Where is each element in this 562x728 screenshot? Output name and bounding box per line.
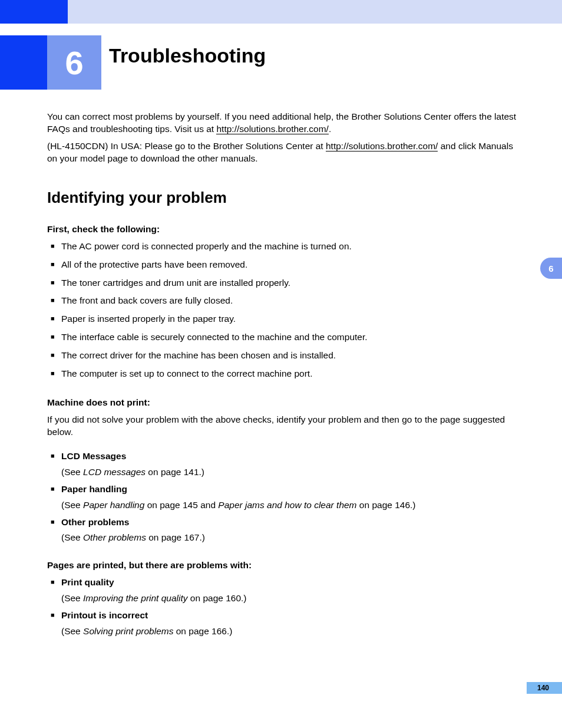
page-number: 140 <box>537 684 549 692</box>
noprint-list: LCD Messages <box>47 450 518 463</box>
item-title: Other problems <box>61 517 129 527</box>
ref-italic: Improving the print quality <box>83 593 187 603</box>
text: on page 146.) <box>357 500 416 510</box>
ref-paper: (See Paper handling on page 145 and Pape… <box>47 499 518 512</box>
intro-paragraph-2: (HL-4150CDN) In USA: Please go to the Br… <box>47 140 518 165</box>
list-item: Printout is incorrect <box>51 610 518 622</box>
item-title: Print quality <box>61 577 114 587</box>
ref-incorrect: (See Solving print problems on page 166.… <box>47 625 518 638</box>
list-item: The computer is set up to connect to the… <box>51 368 518 380</box>
text: (See <box>61 467 83 477</box>
chapter-number: 6 <box>65 44 83 82</box>
solutions-link-2[interactable]: http://solutions.brother.com/ <box>326 141 438 151</box>
text: on page 167.) <box>146 532 205 542</box>
ref-italic: Other problems <box>83 532 146 542</box>
list-item: All of the protective parts have been re… <box>51 259 518 271</box>
item-title: Paper handling <box>61 484 127 494</box>
item-title: Printout is incorrect <box>61 610 148 620</box>
ref-quality: (See Improving the print quality on page… <box>47 592 518 605</box>
ref-italic: LCD messages <box>83 467 146 477</box>
noprint-list: Other problems <box>47 516 518 529</box>
subheading-pages: Pages are printed, but there are problem… <box>47 559 518 572</box>
noprint-list: Paper handling <box>47 483 518 496</box>
side-tab: 6 <box>540 258 562 279</box>
list-item: Paper handling <box>51 483 518 496</box>
text: (See <box>61 500 83 510</box>
check-list: The AC power cord is connected properly … <box>47 241 518 380</box>
list-item: Print quality <box>51 577 518 589</box>
intro-paragraph-1: You can correct most problems by yoursel… <box>47 111 518 136</box>
page-number-box: 140 <box>527 682 562 694</box>
text: on page 166.) <box>173 626 232 636</box>
chapter-left-strip <box>0 35 47 90</box>
list-item: LCD Messages <box>51 450 518 463</box>
text: on page 141.) <box>146 467 204 477</box>
section-heading: Identifying your problem <box>47 187 518 208</box>
text: (See <box>61 593 83 603</box>
subheading-checks: First, check the following: <box>47 223 518 236</box>
list-item: The correct driver for the machine has b… <box>51 350 518 362</box>
ref-italic: Paper jams and how to clear them <box>218 500 356 510</box>
chapter-title: Troubleshooting <box>109 44 266 67</box>
page-content: You can correct most problems by yoursel… <box>47 111 518 643</box>
text: . <box>329 124 331 134</box>
solutions-link-1[interactable]: http://solutions.brother.com/ <box>216 124 328 134</box>
pages-list: Print quality <box>47 577 518 589</box>
ref-other: (See Other problems on page 167.) <box>47 532 518 544</box>
text: on page 160.) <box>188 593 247 603</box>
list-item: Other problems <box>51 516 518 529</box>
header-left-accent <box>0 0 68 24</box>
pages-list: Printout is incorrect <box>47 610 518 622</box>
list-item: The interface cable is securely connecte… <box>51 331 518 344</box>
list-item: The front and back covers are fully clos… <box>51 295 518 307</box>
ref-lcd: (See LCD messages on page 141.) <box>47 466 518 479</box>
text: (HL-4150CDN) In USA: Please go to the Br… <box>47 141 326 151</box>
text: (See <box>61 626 83 636</box>
header-band <box>68 0 562 24</box>
chapter-number-box: 6 <box>47 35 101 90</box>
ref-italic: Solving print problems <box>83 626 173 636</box>
item-title: LCD Messages <box>61 451 126 461</box>
list-item: The AC power cord is connected properly … <box>51 241 518 253</box>
ref-italic: Paper handling <box>83 500 144 510</box>
noprint-text: If you did not solve your problem with t… <box>47 414 518 439</box>
list-item: The toner cartridges and drum unit are i… <box>51 277 518 289</box>
side-tab-number: 6 <box>548 263 553 274</box>
list-item: Paper is inserted properly in the paper … <box>51 313 518 325</box>
subheading-noprint: Machine does not print: <box>47 397 518 409</box>
text: (See <box>61 532 83 542</box>
text: on page 145 and <box>144 500 218 510</box>
